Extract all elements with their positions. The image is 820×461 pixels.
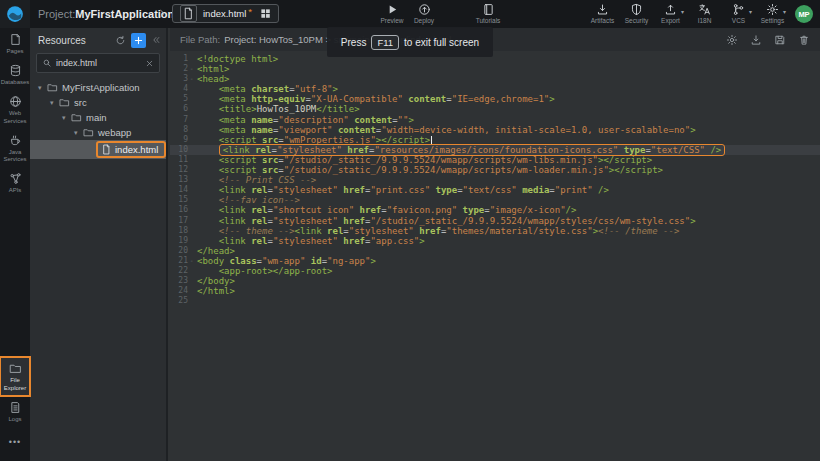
code-line-8[interactable]: 8 <meta name="viewport" content="width=d… [170,125,820,135]
sidebar-item-apis[interactable]: APIs [0,167,30,198]
fold-marker[interactable]: - [188,256,195,266]
code-line-24[interactable]: 24</html> [170,286,820,296]
action-label: Export [661,17,680,24]
code-line-12[interactable]: 12 <script src="/studio/_static_/9.9.9.5… [170,165,820,175]
code-token: content [354,115,392,125]
tab-index-html[interactable]: index.html * [172,4,279,23]
sidebar-item-databases[interactable]: Databases [0,59,30,90]
code-line-17[interactable]: 17 <link rel="stylesheet" href="/studio/… [170,216,820,226]
sidebar-item-java-services[interactable]: Java Services [0,129,30,167]
code-token [197,236,219,246]
code-line-2[interactable]: 2-<html> [170,64,820,74]
code-token: "utf-8" [295,84,333,94]
sidebar-item-logs[interactable]: Logs [0,396,30,427]
tree-expand-caret[interactable]: ▾ [62,114,71,122]
save-icon[interactable] [774,34,786,46]
code-line-18[interactable]: 18 <!-- theme --><link rel="stylesheet" … [170,226,820,236]
tree-item-main[interactable]: ▾main [30,110,166,125]
code-token [197,94,219,104]
code-token: "print.css" [370,185,430,195]
code-token: HowTos_10PM [257,104,317,114]
code-token: > [690,216,695,226]
code-token [197,135,219,145]
tree-item-webapp[interactable]: ▾webapp [30,125,166,140]
resource-search-box[interactable] [36,53,160,73]
code-token: <title> [219,104,257,114]
tree-expand-caret[interactable]: ▾ [38,84,47,92]
sidebar-item-web-services[interactable]: Web Services [0,90,30,128]
code-line-22[interactable]: 22 <app-root></app-root> [170,266,820,276]
code-token: "X-UA-Compatible" [311,94,403,104]
code-token: "/studio/_static_/9.9.9.5524/wmapp/scrip… [284,165,609,175]
code-line-23[interactable]: 23</body> [170,276,820,286]
file-icon [180,5,197,22]
code-line-6[interactable]: 6 <title>HowTos_10PM</title> [170,104,820,114]
folder-icon [9,362,22,375]
tree-item-src[interactable]: ▾src [30,95,166,110]
line-number: 2 [170,64,188,74]
gear-icon[interactable] [726,34,738,46]
tree-expand-caret[interactable]: ▾ [50,99,59,107]
book-icon [482,3,495,16]
action-vcs[interactable]: ▾VCS [723,3,754,24]
tree-item-myfirstapplication[interactable]: ▾MyFirstApplication [30,80,166,95]
line-number: 15 [170,195,188,205]
fold-marker[interactable]: - [188,64,195,74]
code-line-14[interactable]: 14 <link rel="stylesheet" href="print.cs… [170,185,820,195]
code-token [197,226,219,236]
code-token: "themes/material/style.css" [446,226,592,236]
grid-icon[interactable] [260,8,271,19]
sidebar-item-pages[interactable]: Pages [0,28,30,59]
code-line-1[interactable]: 1<!doctype html> [170,54,820,64]
action-settings[interactable]: ▾Settings [757,3,788,24]
action-export[interactable]: ▾Export [655,3,686,24]
code-line-15[interactable]: 15 <!--fav icon--> [170,195,820,205]
download-icon[interactable] [750,34,762,46]
app-logo[interactable] [0,0,30,28]
code-line-text: <script src="/studio/_static_/9.9.9.5524… [195,155,652,165]
code-line-text: <!--fav icon--> [195,195,300,205]
code-line-20[interactable]: 20</head> [170,246,820,256]
line-number: 3 [170,74,188,84]
code-line-25[interactable]: 25 [170,296,820,306]
action-artifacts[interactable]: Artifacts [587,3,618,24]
code-token [197,155,219,165]
code-token: "text/css" [463,185,517,195]
refresh-icon[interactable] [115,35,126,46]
code-token: <link [295,226,328,236]
code-line-11[interactable]: 11 <script src="/studio/_static_/9.9.9.5… [170,155,820,165]
trash-icon[interactable] [798,34,810,46]
chevron-down-icon: ▾ [681,8,684,15]
code-token [197,195,219,205]
tree-expand-caret[interactable]: ▾ [74,129,83,137]
sidebar-item-label: APIs [9,187,22,194]
sidebar-item-file-explorer[interactable]: File Explorer [0,357,30,395]
code-line-10[interactable]: 10 <link rel="stylesheet" href="resource… [170,145,820,155]
action-deploy[interactable]: Deploy [404,3,444,24]
deploy-icon [418,3,431,16]
action-label: Security [625,17,648,24]
action-security[interactable]: Security [621,3,652,24]
code-line-text: <!-- theme --><link rel="stylesheet" hre… [195,226,679,236]
code-line-19[interactable]: 19 <link rel="stylesheet" href="app.css"… [170,236,820,246]
code-line-7[interactable]: 7 <meta name="description" content=""> [170,115,820,125]
code-line-3[interactable]: 3-<head> [170,74,820,84]
avatar[interactable]: MP [795,5,813,23]
search-input[interactable] [56,58,141,68]
code-line-4[interactable]: 4 <meta charset="utf-8"> [170,84,820,94]
collapse-panel-icon[interactable] [151,35,161,45]
code-line-21[interactable]: 21-<body class="wm-app" id="ng-app"> [170,256,820,266]
code-line-16[interactable]: 16 <link rel="shortcut icon" href="favic… [170,205,820,215]
sidebar-more-button[interactable]: ••• [9,427,21,461]
code-token: > [333,84,338,94]
code-line-13[interactable]: 13 <!-- Print CSS --> [170,175,820,185]
code-line-5[interactable]: 5 <meta http-equiv="X-UA-Compatible" con… [170,94,820,104]
clear-search-icon[interactable] [145,59,154,68]
tree-item-index-html[interactable]: index.html [30,140,166,159]
action-tutorials[interactable]: Tutorials [468,3,508,24]
fold-marker[interactable]: - [188,74,195,84]
code-token: href [360,205,382,215]
code-editor[interactable]: 1<!doctype html>2-<html>3-<head>4 <meta … [170,51,820,461]
action-i18n[interactable]: I18N [689,3,720,24]
add-resource-button[interactable] [131,33,146,48]
